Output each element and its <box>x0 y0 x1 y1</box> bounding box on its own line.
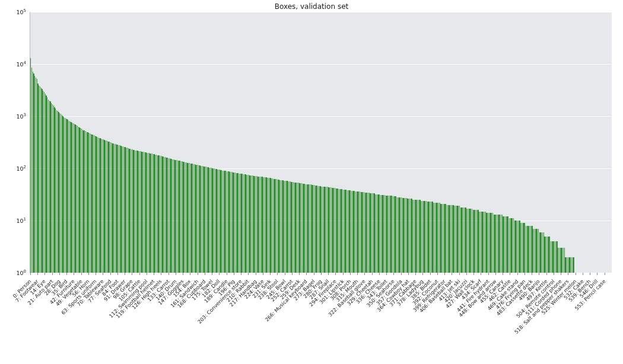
x-tick-mark <box>568 273 568 275</box>
x-tick-mark <box>605 273 605 275</box>
bars-group <box>30 12 612 273</box>
y-tick-label: 105 <box>0 8 26 15</box>
x-tick-mark <box>96 273 96 275</box>
x-tick-mark <box>125 273 125 275</box>
x-tick-mark <box>386 273 387 275</box>
x-tick-mark <box>372 273 373 275</box>
x-tick-mark <box>415 273 416 275</box>
x-tick-mark <box>227 273 227 275</box>
x-tick-mark <box>576 273 576 275</box>
x-tick-mark <box>379 273 380 275</box>
x-tick-mark <box>343 273 344 275</box>
x-tick-mark <box>525 273 525 275</box>
chart-title: Boxes, validation set <box>0 2 623 11</box>
x-tick-mark <box>212 273 212 275</box>
chart-container: Boxes, validation set 100101102103104105… <box>0 0 623 364</box>
x-tick-mark <box>81 273 82 275</box>
x-tick-mark <box>532 273 532 275</box>
x-tick-mark <box>546 273 547 275</box>
bar <box>573 257 574 273</box>
x-tick-mark <box>234 273 234 275</box>
x-tick-mark <box>335 273 336 275</box>
x-tick-mark <box>103 273 103 275</box>
x-tick-mark <box>393 273 394 275</box>
x-tick-mark <box>357 273 358 275</box>
plot-area <box>30 12 612 273</box>
x-tick-mark <box>263 273 263 275</box>
x-tick-mark <box>517 273 518 275</box>
x-tick-mark <box>466 273 467 275</box>
x-tick-mark <box>176 273 176 275</box>
x-tick-mark <box>350 273 351 275</box>
x-tick-mark <box>248 273 249 275</box>
x-tick-mark <box>539 273 539 275</box>
x-tick-mark <box>583 273 583 275</box>
x-tick-mark <box>422 273 423 275</box>
x-tick-mark <box>139 273 140 275</box>
x-tick-mark <box>270 273 271 275</box>
x-tick-mark <box>292 273 293 275</box>
x-tick-mark <box>154 273 154 275</box>
x-tick-mark <box>510 273 510 275</box>
x-tick-mark <box>198 273 198 275</box>
x-tick-mark <box>241 273 241 275</box>
x-tick-mark <box>147 273 147 275</box>
x-tick-mark <box>88 273 89 275</box>
x-tick-mark <box>190 273 190 275</box>
x-tick-mark <box>37 273 38 275</box>
x-tick-mark <box>321 273 322 275</box>
x-tick-mark <box>299 273 300 275</box>
x-tick-mark <box>554 273 554 275</box>
x-tick-mark <box>74 273 74 275</box>
x-tick-mark <box>590 273 590 275</box>
x-tick-mark <box>488 273 489 275</box>
x-tick-mark <box>66 273 67 275</box>
x-tick-mark <box>117 273 118 275</box>
x-tick-mark <box>314 273 314 275</box>
y-tick-label: 101 <box>0 217 26 224</box>
x-tick-mark <box>52 273 53 275</box>
x-tick-mark <box>444 273 445 275</box>
y-tick-label: 104 <box>0 60 26 68</box>
x-tick-mark <box>364 273 365 275</box>
x-tick-mark <box>205 273 205 275</box>
x-tick-mark <box>219 273 220 275</box>
x-tick-mark <box>132 273 132 275</box>
x-tick-mark <box>277 273 278 275</box>
x-tick-mark <box>503 273 503 275</box>
x-tick-mark <box>430 273 431 275</box>
x-tick-mark <box>437 273 438 275</box>
y-tick-label: 103 <box>0 113 26 120</box>
x-tick-mark <box>256 273 256 275</box>
x-tick-mark <box>30 273 31 275</box>
x-tick-mark <box>110 273 111 275</box>
x-tick-mark <box>561 273 561 275</box>
x-tick-mark <box>481 273 481 275</box>
x-tick-mark <box>183 273 183 275</box>
x-tick-mark <box>452 273 452 275</box>
x-tick-mark <box>285 273 285 275</box>
x-tick-mark <box>59 273 60 275</box>
x-tick-mark <box>459 273 460 275</box>
x-tick-mark <box>473 273 474 275</box>
x-tick-mark <box>161 273 161 275</box>
x-tick-mark <box>597 273 597 275</box>
x-tick-mark <box>169 273 169 275</box>
y-tick-label: 100 <box>0 269 26 276</box>
x-tick-mark <box>408 273 409 275</box>
x-tick-mark <box>401 273 402 275</box>
y-tick-label: 102 <box>0 165 26 172</box>
x-tick-mark <box>328 273 329 275</box>
x-tick-mark <box>495 273 496 275</box>
x-tick-mark <box>306 273 307 275</box>
x-tick-mark <box>44 273 45 275</box>
